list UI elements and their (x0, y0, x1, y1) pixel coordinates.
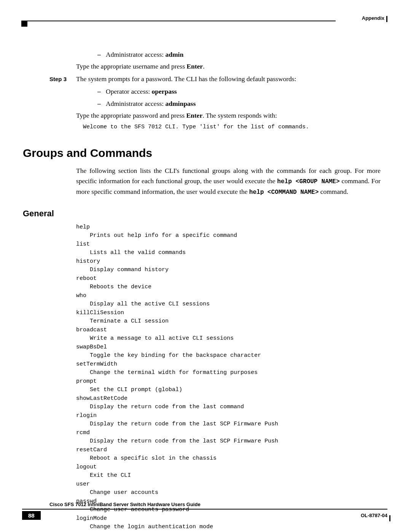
groups-intro: The following section lists the CLI's fu… (76, 166, 381, 197)
line-password-enter: Type the appropriate password and press … (76, 110, 381, 121)
page-header-appendix: Appendix (362, 15, 384, 21)
line-username-enter: Type the appropriate username and press … (76, 61, 381, 72)
general-commands-block: help Prints out help info for a specific… (76, 223, 381, 532)
doc-id: OL-8787-04 (361, 513, 387, 518)
page-number: 88 (22, 511, 41, 520)
cmd-help-group: help <GROUP NAME> (277, 178, 339, 185)
bullet-text: Administrator access: (106, 51, 165, 58)
footer-doc-title: Cisco SFS 7012 InfiniBand Server Switch … (49, 502, 387, 507)
text: . (203, 62, 204, 70)
groups-paragraph: The following section lists the CLI's fu… (76, 166, 381, 197)
crop-mark (21, 21, 27, 27)
step3-text: The system prompts for a password. The C… (76, 74, 296, 84)
bullet-bold: adminpass (165, 100, 196, 107)
bullet-admin-access: Administrator access: admin (97, 50, 381, 60)
bullet-bold: admin (165, 51, 183, 58)
bullet-text: Operator access: (106, 88, 152, 95)
footer-rule (22, 509, 387, 510)
heading-groups-and-commands: Groups and Commands (23, 147, 384, 160)
step3-row: Step 3 The system prompts for a password… (49, 74, 381, 84)
footer-rule-mark (389, 515, 390, 521)
bold: Enter (186, 112, 202, 119)
step3-label: Step 3 (49, 74, 69, 84)
footer-bottom-row: 88 OL-8787-04 (22, 511, 387, 520)
bold: Enter (186, 62, 203, 70)
text: Type the appropriate username and press (76, 62, 186, 70)
document-page: Appendix Administrator access: admin Typ… (0, 0, 411, 532)
cmd-help-command: help <COMMAND NAME> (249, 189, 319, 196)
general-section: help Prints out help info for a specific… (76, 223, 381, 532)
text: command. (319, 188, 348, 195)
bullet-bold: operpass (152, 88, 177, 95)
bullet-admin-access-pass: Administrator access: adminpass (97, 99, 381, 109)
header-rule-mark (386, 16, 387, 22)
text: . The system responds with: (202, 112, 277, 119)
body-content: Administrator access: admin Type the app… (76, 50, 381, 131)
welcome-message-mono: Welcome to the SFS 7012 CLI. Type 'list'… (83, 123, 381, 132)
heading-general: General (23, 209, 384, 219)
text: Type the appropriate password and press (76, 112, 186, 119)
bullet-text: Administrator access: (106, 100, 165, 107)
bullet-operator-access: Operator access: operpass (97, 86, 381, 97)
page-footer: Cisco SFS 7012 InfiniBand Server Switch … (22, 502, 387, 520)
